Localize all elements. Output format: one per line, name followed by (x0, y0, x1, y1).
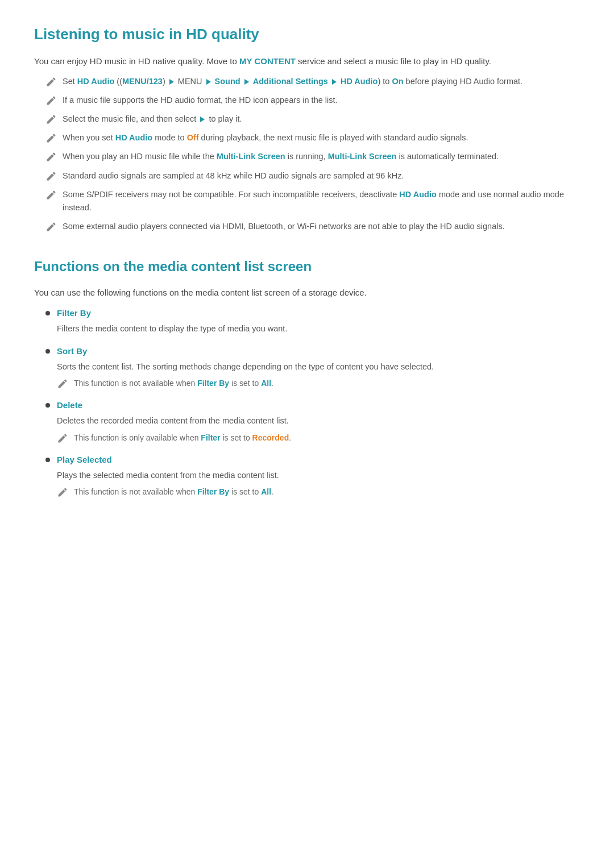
list-item-sort-by: Sort By Sorts the content list. The sort… (45, 344, 580, 390)
sort-by-desc: Sorts the content list. The sorting meth… (57, 360, 580, 373)
delete-desc: Deletes the recorded media content from … (57, 414, 580, 427)
sub-note-icon-play (57, 487, 68, 498)
sort-by-header: Sort By (45, 344, 580, 358)
bullet-dot-play-selected (45, 458, 50, 462)
note-icon-3 (45, 114, 57, 125)
section1-notes: Set HD Audio ((MENU/123) MENU Sound Addi… (45, 75, 580, 234)
list-item-filter-by: Filter By Filters the media content to d… (45, 306, 580, 335)
sub-note-icon-sort (57, 378, 68, 389)
delete-subnote: This function is only available when Fil… (57, 431, 580, 444)
play-selected-label: Play Selected (57, 453, 112, 467)
bullet-dot-filter-by (45, 311, 50, 315)
filter-by-header: Filter By (45, 306, 580, 320)
delete-label: Delete (57, 398, 82, 412)
note-item-4: When you set HD Audio mode to Off during… (45, 131, 580, 144)
note-item-6: Standard audio signals are sampled at 48… (45, 169, 580, 182)
play-selected-header: Play Selected (45, 453, 580, 467)
section1-title: Listening to music in HD quality (34, 23, 580, 47)
note-item-2: If a music file supports the HD audio fo… (45, 94, 580, 107)
note-icon-7 (45, 189, 57, 201)
note-text-2: If a music file supports the HD audio fo… (63, 94, 338, 107)
note-text-8: Some external audio players connected vi… (63, 220, 505, 233)
note-icon-4 (45, 132, 57, 144)
sort-by-subnote: This function is not available when Filt… (57, 377, 580, 389)
note-text-7: Some S/PDIF receivers may not be compati… (63, 188, 580, 214)
note-text-4: When you set HD Audio mode to Off during… (63, 131, 468, 144)
note-item-8: Some external audio players connected vi… (45, 220, 580, 233)
note-item-7: Some S/PDIF receivers may not be compati… (45, 188, 580, 214)
play-selected-subnote-text: This function is not available when Filt… (74, 485, 273, 498)
note-text-5: When you play an HD music file while the… (63, 150, 499, 163)
sub-note-icon-delete (57, 433, 68, 444)
bullet-dot-sort-by (45, 349, 50, 354)
list-item-play-selected: Play Selected Plays the selected media c… (45, 453, 580, 499)
bullet-dot-delete (45, 403, 50, 408)
sort-by-label: Sort By (57, 344, 87, 358)
note-text-1: Set HD Audio ((MENU/123) MENU Sound Addi… (63, 75, 522, 88)
note-item-1: Set HD Audio ((MENU/123) MENU Sound Addi… (45, 75, 580, 88)
note-item-3: Select the music file, and then select t… (45, 113, 580, 126)
section1-intro: You can enjoy HD music in HD native qual… (34, 55, 580, 68)
section2-title: Functions on the media content list scre… (34, 256, 580, 277)
section-media-functions: Functions on the media content list scre… (34, 256, 580, 498)
play-selected-desc: Plays the selected media content from th… (57, 469, 580, 482)
note-icon-6 (45, 171, 57, 182)
media-functions-list: Filter By Filters the media content to d… (45, 306, 580, 499)
filter-by-desc: Filters the media content to display the… (57, 322, 580, 335)
delete-subnote-text: This function is only available when Fil… (74, 431, 291, 444)
play-selected-subnote: This function is not available when Filt… (57, 485, 580, 498)
section-hd-quality: Listening to music in HD quality You can… (34, 23, 580, 233)
note-item-5: When you play an HD music file while the… (45, 150, 580, 163)
note-icon-5 (45, 151, 57, 163)
note-text-3: Select the music file, and then select t… (63, 113, 242, 126)
note-icon-8 (45, 221, 57, 232)
sort-by-subnote-text: This function is not available when Filt… (74, 377, 273, 389)
note-icon-1 (45, 76, 57, 88)
list-item-delete: Delete Deletes the recorded media conten… (45, 398, 580, 444)
my-content-link: MY CONTENT (239, 56, 296, 66)
section2-intro: You can use the following functions on t… (34, 286, 580, 300)
note-text-6: Standard audio signals are sampled at 48… (63, 169, 404, 182)
delete-header: Delete (45, 398, 580, 412)
filter-by-label: Filter By (57, 306, 91, 320)
note-icon-2 (45, 95, 57, 106)
